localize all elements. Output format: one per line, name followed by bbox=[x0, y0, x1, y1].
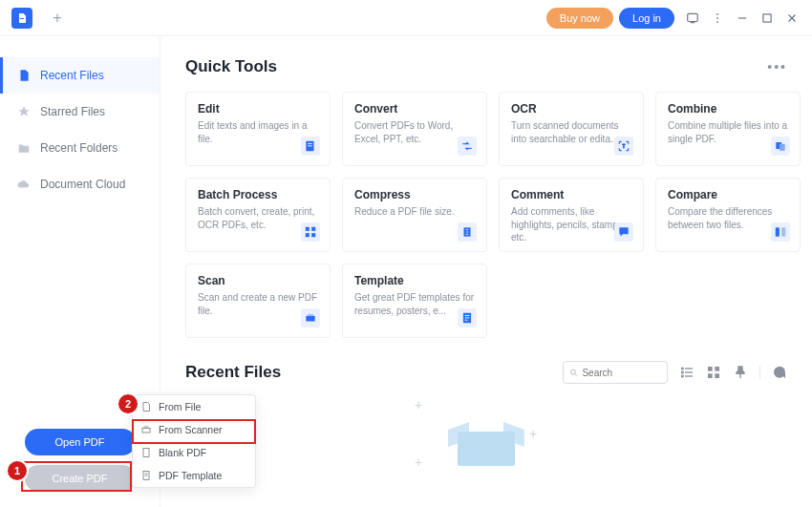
svg-rect-6 bbox=[763, 13, 771, 21]
comment-icon bbox=[614, 222, 633, 242]
sidebar-item-recent-folders[interactable]: Recent Folders bbox=[0, 130, 160, 166]
menu-item-label: From File bbox=[159, 401, 201, 412]
grid-view-icon[interactable] bbox=[706, 365, 721, 380]
svg-line-28 bbox=[575, 373, 577, 375]
svg-rect-22 bbox=[308, 314, 313, 316]
svg-rect-35 bbox=[708, 367, 713, 371]
svg-rect-24 bbox=[465, 315, 470, 316]
svg-rect-40 bbox=[143, 449, 149, 457]
close-icon[interactable] bbox=[780, 6, 804, 31]
pin-icon[interactable] bbox=[733, 365, 748, 380]
menu-blank-pdf[interactable]: Blank PDF bbox=[133, 441, 255, 464]
svg-rect-33 bbox=[681, 375, 684, 378]
create-pdf-menu: From File From Scanner Blank PDF PDF Tem… bbox=[132, 394, 256, 488]
sidebar-item-label: Starred Files bbox=[40, 105, 105, 118]
login-button[interactable]: Log in bbox=[619, 8, 674, 29]
tool-card-title: Convert bbox=[354, 102, 477, 116]
plus-decoration: + bbox=[415, 454, 422, 470]
file-icon bbox=[140, 401, 152, 412]
open-pdf-button[interactable]: Open PDF bbox=[25, 429, 136, 455]
tool-convert[interactable]: Convert Convert PDFs to Word, Excel, PPT… bbox=[342, 92, 487, 166]
search-input-wrapper[interactable] bbox=[563, 361, 668, 384]
template-icon bbox=[458, 308, 477, 327]
svg-rect-17 bbox=[306, 233, 310, 237]
tool-batch[interactable]: Batch Process Batch convert, create, pri… bbox=[185, 178, 331, 252]
menu-from-scanner[interactable]: From Scanner bbox=[133, 418, 255, 441]
tool-ocr[interactable]: OCR Turn scanned documents into searchab… bbox=[499, 92, 644, 166]
content-area: Quick Tools ••• Edit Edit texts and imag… bbox=[160, 36, 812, 507]
tool-card-title: Compare bbox=[668, 188, 790, 201]
sidebar-item-label: Recent Folders bbox=[40, 141, 118, 155]
create-pdf-button[interactable]: Create PDF bbox=[25, 465, 136, 492]
app-logo bbox=[11, 8, 32, 29]
folder-icon bbox=[17, 141, 31, 155]
svg-rect-14 bbox=[780, 144, 785, 151]
tool-card-title: Scan bbox=[198, 274, 320, 287]
svg-point-27 bbox=[571, 370, 576, 374]
tool-card-title: OCR bbox=[511, 102, 633, 116]
tool-card-title: Edit bbox=[198, 102, 320, 116]
batch-icon bbox=[301, 222, 320, 242]
tool-card-desc: Reduce a PDF file size. bbox=[354, 205, 477, 219]
sidebar-item-label: Recent Files bbox=[40, 69, 104, 82]
tool-scan[interactable]: Scan Scan and create a new PDF file. bbox=[185, 264, 331, 338]
sidebar-item-recent-files[interactable]: Recent Files bbox=[0, 57, 160, 94]
menu-item-label: From Scanner bbox=[159, 424, 223, 435]
annotation-badge-1: 1 bbox=[8, 461, 27, 480]
svg-rect-34 bbox=[685, 375, 693, 376]
svg-rect-31 bbox=[681, 371, 684, 374]
menu-pdf-template[interactable]: PDF Template bbox=[133, 464, 255, 487]
svg-rect-32 bbox=[685, 371, 693, 372]
sidebar-item-document-cloud[interactable]: Document Cloud bbox=[0, 166, 160, 202]
menu-item-label: PDF Template bbox=[159, 470, 222, 481]
svg-text:T: T bbox=[623, 144, 626, 149]
feedback-icon[interactable] bbox=[680, 6, 705, 31]
menu-icon[interactable] bbox=[705, 6, 730, 31]
svg-rect-21 bbox=[306, 316, 314, 322]
scan-icon bbox=[301, 308, 320, 327]
search-input[interactable] bbox=[582, 368, 661, 378]
svg-point-2 bbox=[716, 13, 718, 15]
plus-decoration: + bbox=[415, 397, 422, 412]
empty-box-illustration bbox=[448, 416, 524, 474]
svg-rect-39 bbox=[142, 429, 150, 433]
empty-state: + + + bbox=[185, 397, 787, 474]
tool-compress[interactable]: Compress Reduce a PDF file size. bbox=[342, 178, 487, 252]
svg-point-3 bbox=[716, 17, 718, 19]
svg-rect-10 bbox=[308, 143, 312, 144]
compare-icon bbox=[771, 222, 790, 242]
maximize-icon[interactable] bbox=[755, 6, 780, 31]
tool-comment[interactable]: Comment Add comments, like highlights, p… bbox=[499, 178, 644, 252]
more-options-icon[interactable]: ••• bbox=[767, 59, 787, 74]
menu-from-file[interactable]: From File bbox=[133, 395, 255, 418]
combine-icon bbox=[771, 137, 790, 156]
tool-combine[interactable]: Combine Combine multiple files into a si… bbox=[655, 92, 801, 166]
sidebar-item-starred-files[interactable]: Starred Files bbox=[0, 94, 160, 130]
title-bar: + Buy now Log in bbox=[0, 0, 812, 36]
svg-rect-36 bbox=[715, 367, 719, 371]
tool-card-title: Batch Process bbox=[198, 188, 320, 201]
buy-now-button[interactable]: Buy now bbox=[546, 8, 613, 29]
menu-item-label: Blank PDF bbox=[159, 447, 206, 458]
tool-card-title: Compress bbox=[354, 188, 477, 201]
edit-icon bbox=[301, 137, 320, 156]
template-icon bbox=[140, 470, 152, 481]
tool-template[interactable]: Template Get great PDF templates for res… bbox=[342, 264, 487, 338]
blank-icon bbox=[140, 447, 152, 458]
svg-rect-16 bbox=[311, 227, 315, 231]
file-icon bbox=[17, 69, 31, 82]
svg-rect-19 bbox=[776, 227, 780, 236]
tool-compare[interactable]: Compare Compare the differences between … bbox=[655, 178, 801, 252]
list-view-icon[interactable] bbox=[679, 365, 694, 380]
svg-rect-18 bbox=[311, 233, 315, 237]
recent-files-title: Recent Files bbox=[185, 363, 281, 382]
tool-edit[interactable]: Edit Edit texts and images in a file. bbox=[185, 92, 331, 166]
refresh-icon[interactable] bbox=[772, 365, 787, 380]
ocr-icon: T bbox=[614, 137, 633, 156]
svg-rect-25 bbox=[465, 317, 470, 318]
new-tab-button[interactable]: + bbox=[46, 7, 69, 30]
svg-rect-26 bbox=[465, 320, 468, 321]
plus-decoration: + bbox=[529, 426, 537, 441]
minimize-icon[interactable] bbox=[730, 6, 755, 31]
tool-card-title: Comment bbox=[511, 188, 633, 201]
